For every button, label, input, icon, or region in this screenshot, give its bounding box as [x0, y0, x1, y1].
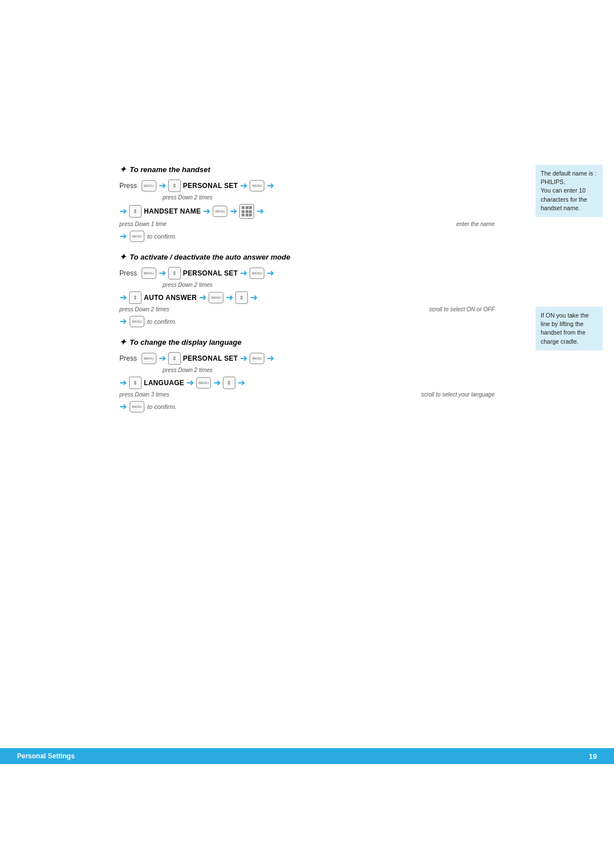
- section-title-2: ✦ To activate / deactivate the auto answ…: [119, 252, 495, 261]
- note-text-2: If ON you take the line by lifting the h…: [541, 312, 589, 345]
- step1-row-1: Press MENU ➜ ⇕ PERSONAL SET ➜ MENU ➜: [119, 180, 495, 192]
- auto-answer-label: AUTO ANSWER: [144, 294, 197, 302]
- bullet-3: ✦: [119, 337, 126, 347]
- bullet-1: ✦: [119, 165, 126, 174]
- step2-row-3: ➜ ⇕ LANGUAGE ➜ MENU ➜ ⇕ ➜: [119, 377, 495, 389]
- arrow-1e: ➜: [203, 207, 210, 216]
- menu-button-confirm-3: MENU: [130, 401, 144, 412]
- nav-key-3a: ⇕: [168, 352, 181, 365]
- arrow-confirm-1: ➜: [119, 232, 127, 241]
- press-label-2: Press: [119, 269, 137, 277]
- arrow-3c: ➜: [267, 354, 274, 363]
- personal-set-label-2: PERSONAL SET: [183, 269, 238, 277]
- menu-button-1c: MENU: [213, 206, 227, 217]
- arrow-1c: ➜: [267, 181, 274, 190]
- confirm-text-1: to confirm.: [147, 233, 176, 240]
- step1-row-2: Press MENU ➜ ⇕ PERSONAL SET ➜ MENU ➜: [119, 267, 495, 279]
- nav-key-1a: ⇕: [168, 180, 181, 192]
- arrow-2b: ➜: [240, 269, 247, 278]
- press-down-label-3a: press Down 2 times: [119, 367, 495, 373]
- arrow-2c: ➜: [267, 269, 274, 278]
- press-label-1: Press: [119, 182, 137, 190]
- scroll-label-3: scroll to select your language: [421, 391, 495, 398]
- press-down-label-3b: press Down 3 times: [119, 391, 169, 398]
- press-label-3: Press: [119, 354, 137, 362]
- footer-bar: Personal Settings 19: [0, 748, 614, 764]
- menu-button-1b: MENU: [250, 180, 264, 191]
- section-rename-handset: ✦ To rename the handset Press MENU ➜ ⇕ P…: [119, 165, 495, 242]
- press-down-label-1a: press Down 2 times: [119, 194, 495, 201]
- nav-key-3c: ⇕: [223, 377, 235, 389]
- note-box-1: The default name is : PHILIPS.You can en…: [536, 165, 603, 217]
- confirm-row-3: ➜ MENU to confirm.: [119, 401, 495, 412]
- confirm-text-3: to confirm.: [147, 403, 176, 410]
- menu-button-3c: MENU: [196, 377, 211, 389]
- arrow-3b: ➜: [240, 354, 247, 363]
- nav-key-2c: ⇕: [235, 291, 248, 304]
- enter-name-label: enter the name: [457, 221, 495, 227]
- keypad-icon-1: [239, 204, 254, 219]
- confirm-text-2: to confirm.: [147, 318, 176, 325]
- arrow-3g: ➜: [238, 378, 245, 387]
- arrow-3f: ➜: [213, 378, 221, 387]
- nav-key-2a: ⇕: [168, 267, 181, 279]
- press-down-label-2b: press Down 2 times: [119, 306, 169, 312]
- nav-key-3b: ⇕: [129, 377, 142, 389]
- note-box-2: If ON you take the line by lifting the h…: [536, 307, 603, 350]
- arrow-2e: ➜: [199, 293, 206, 302]
- arrow-1d: ➜: [119, 207, 127, 216]
- section-display-language: ✦ To change the display language Press M…: [119, 337, 495, 412]
- bullet-2: ✦: [119, 252, 126, 261]
- step1-row-3: Press MENU ➜ ⇕ PERSONAL SET ➜ MENU ➜: [119, 352, 495, 365]
- nav-key-2b: ⇕: [129, 291, 142, 304]
- arrow-3d: ➜: [119, 378, 127, 387]
- footer-page-number: 19: [589, 752, 597, 761]
- arrow-1f: ➜: [230, 207, 237, 216]
- confirm-row-1: ➜ MENU to confirm.: [119, 231, 495, 242]
- menu-button-3a: MENU: [142, 353, 156, 364]
- arrow-1g: ➜: [256, 207, 264, 216]
- personal-set-label-1: PERSONAL SET: [183, 182, 238, 190]
- menu-button-confirm-2: MENU: [130, 316, 144, 327]
- note-text-1: The default name is : PHILIPS.You can en…: [541, 170, 596, 211]
- arrow-2d: ➜: [119, 293, 127, 302]
- arrow-confirm-2: ➜: [119, 317, 127, 326]
- personal-set-label-3: PERSONAL SET: [183, 354, 238, 362]
- arrow-1b: ➜: [240, 181, 247, 190]
- handset-name-label: HANDSET NAME: [144, 207, 201, 215]
- footer-label: Personal Settings: [17, 752, 74, 760]
- arrow-2g: ➜: [250, 293, 258, 302]
- press-down-label-2a: press Down 2 times: [119, 282, 495, 288]
- section-auto-answer: ✦ To activate / deactivate the auto answ…: [119, 252, 495, 327]
- step2-row-2: ➜ ⇕ AUTO ANSWER ➜ MENU ➜ ⇕ ➜: [119, 291, 495, 304]
- press-down-label-1b: press Down 1 time: [119, 221, 167, 227]
- arrow-2f: ➜: [226, 293, 233, 302]
- arrow-confirm-3: ➜: [119, 402, 127, 411]
- step2-row-1: ➜ ⇕ HANDSET NAME ➜ MENU ➜ ➜: [119, 204, 495, 219]
- confirm-row-2: ➜ MENU to confirm.: [119, 316, 495, 327]
- arrow-3e: ➜: [186, 378, 194, 387]
- menu-button-3b: MENU: [250, 353, 264, 364]
- menu-button-2a: MENU: [142, 268, 156, 279]
- menu-button-1a: MENU: [142, 180, 156, 191]
- arrow-3a: ➜: [159, 354, 166, 363]
- nav-key-1b: ⇕: [129, 205, 142, 218]
- menu-button-2c: MENU: [209, 292, 223, 303]
- arrow-2a: ➜: [159, 269, 166, 278]
- menu-button-confirm-1: MENU: [130, 231, 144, 242]
- section-title-3: ✦ To change the display language: [119, 337, 495, 347]
- menu-button-2b: MENU: [250, 268, 264, 279]
- scroll-label-2: scroll to select ON or OFF: [429, 306, 495, 312]
- language-label: LANGUAGE: [144, 379, 184, 387]
- arrow-1a: ➜: [159, 181, 166, 190]
- section-title-1: ✦ To rename the handset: [119, 165, 495, 174]
